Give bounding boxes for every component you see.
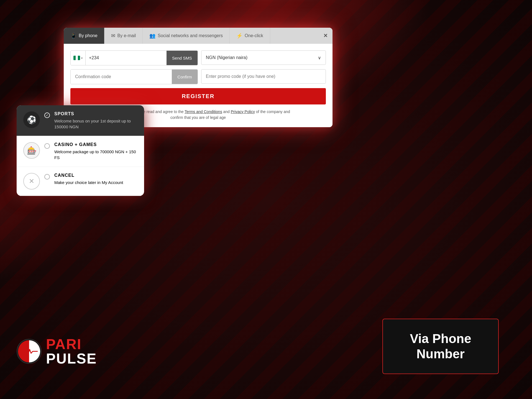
tab-one-click[interactable]: ⚡ One-click (230, 28, 270, 44)
logo-pulse: PULSE (46, 351, 97, 366)
phone-input[interactable] (86, 51, 167, 65)
casino-icon: 🎰 (27, 146, 37, 155)
sports-icon-wrap: ⚽ (23, 111, 40, 128)
sports-description: Welcome bonus on your 1st deposit up to … (54, 118, 137, 130)
bonus-item-cancel[interactable]: ✕ CANCEL Make your choice later in My Ac… (17, 167, 144, 196)
nigeria-flag (73, 56, 80, 60)
casino-title: CASINO + GAMES (54, 142, 137, 147)
phone-group: ▾ Send SMS (70, 50, 198, 65)
via-phone-box: Via Phone Number (382, 319, 499, 374)
casino-icon-wrap: 🎰 (23, 142, 40, 159)
flag-white-mid (76, 56, 78, 60)
cancel-text: CANCEL Make your choice later in My Acco… (54, 173, 137, 185)
bonus-item-sports[interactable]: ⚽ SPORTS Welcome bonus on your 1st depos… (17, 105, 144, 136)
flag-green-right (78, 56, 80, 60)
casino-description: Welcome package up to 700000 NGN + 150 F… (54, 149, 137, 160)
bonus-item-casino[interactable]: 🎰 CASINO + GAMES Welcome package up to 7… (17, 136, 144, 167)
close-button[interactable]: × (324, 32, 328, 39)
flag-chevron-icon: ▾ (81, 57, 83, 60)
registration-tabs: 📱 By phone ✉ By e-mail 👥 Social networks… (64, 28, 332, 44)
logo-pari: PARI (46, 337, 97, 351)
tab-social[interactable]: 👥 Social networks and messengers (143, 28, 230, 44)
promo-input[interactable] (201, 69, 326, 84)
tab-by-phone-label: By phone (79, 33, 98, 38)
sports-title: SPORTS (54, 111, 137, 116)
bonus-card: ⚽ SPORTS Welcome bonus on your 1st depos… (17, 105, 144, 196)
via-phone-line2: Number (416, 347, 465, 361)
via-phone-text: Via Phone Number (410, 331, 471, 362)
casino-radio[interactable] (44, 143, 50, 149)
tab-by-email-label: By e-mail (117, 33, 136, 38)
soccer-ball-icon: ⚽ (27, 115, 37, 124)
currency-chevron-icon: ∨ (318, 55, 321, 60)
sports-radio[interactable] (44, 112, 50, 118)
sports-text: SPORTS Welcome bonus on your 1st deposit… (54, 111, 137, 130)
lightning-icon: ⚡ (236, 33, 242, 39)
via-phone-line1: Via Phone (410, 331, 471, 346)
paripulse-logo-icon (17, 339, 42, 364)
cancel-title: CANCEL (54, 173, 137, 178)
tab-by-email[interactable]: ✉ By e-mail (104, 28, 143, 44)
tab-social-label: Social networks and messengers (158, 33, 223, 38)
currency-dropdown[interactable]: NGN (Nigerian naira) ∨ (201, 50, 326, 65)
phone-icon: 📱 (70, 33, 76, 39)
logo-area: PARI PULSE (17, 337, 97, 366)
cancel-radio[interactable] (44, 174, 50, 180)
flag-selector[interactable]: ▾ (71, 51, 86, 65)
tab-by-phone[interactable]: 📱 By phone (64, 28, 104, 44)
confirm-promo-row: Confirm (70, 69, 326, 84)
register-button[interactable]: REGISTER (70, 88, 326, 104)
tab-one-click-label: One-click (245, 33, 263, 38)
flag-green-left (73, 56, 76, 60)
confirm-group: Confirm (70, 69, 198, 84)
confirm-button[interactable]: Confirm (172, 70, 198, 84)
privacy-policy-link[interactable]: Privacy Policy (231, 109, 255, 114)
send-sms-button[interactable]: Send SMS (167, 51, 198, 65)
casino-text: CASINO + GAMES Welcome package up to 700… (54, 142, 137, 160)
cancel-description: Make your choice later in My Account (54, 180, 137, 185)
logo-text: PARI PULSE (46, 337, 97, 366)
terms-conditions-link[interactable]: Terms and Conditions (185, 109, 222, 114)
social-icon: 👥 (149, 33, 155, 39)
confirmation-input[interactable] (71, 70, 172, 84)
email-icon: ✉ (111, 33, 115, 39)
phone-currency-row: ▾ Send SMS NGN (Nigerian naira) ∨ (70, 50, 326, 65)
currency-value: NGN (Nigerian naira) (206, 55, 247, 60)
cancel-x-icon: ✕ (29, 177, 34, 185)
cancel-icon-wrap: ✕ (23, 173, 40, 190)
